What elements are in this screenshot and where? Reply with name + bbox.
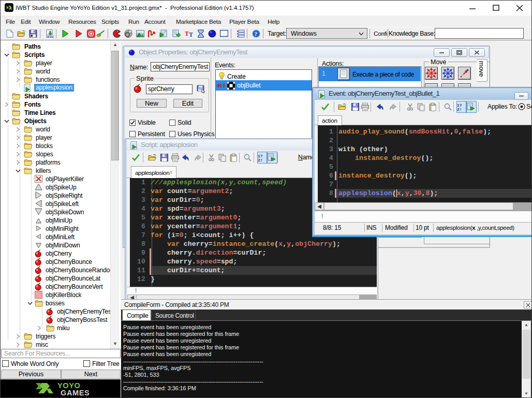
svg-text:GAMES: GAMES [61,389,90,397]
svg-text:2!: 2! [258,158,263,162]
svg-text:2!: 2! [457,107,462,111]
svg-text:T: T [185,30,189,37]
svg-text:?: ? [255,31,258,37]
svg-text:T: T [189,31,193,38]
svg-text:10101: 10101 [46,35,54,38]
